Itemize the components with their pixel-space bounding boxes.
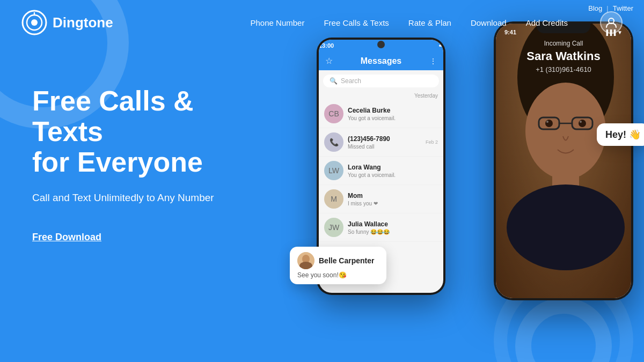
msg-content-1: (123)456-7890 Missed call — [348, 135, 421, 150]
search-placeholder: Search — [341, 77, 361, 85]
msg-preview-0: You got a voicemail. — [348, 115, 438, 121]
caller-name: Sara Watkins — [526, 49, 600, 63]
msg-content-2: Lora Wang You got a voicemail. — [348, 164, 438, 178]
iphone: 9:41 ▐▐▐ ▼ Incoming Call Sara Watkins +1… — [494, 21, 633, 300]
message-item-1[interactable]: 📞 (123)456-7890 Missed call Feb 2 — [319, 128, 443, 157]
chat-bubble-hey: Hey! 👋 — [597, 123, 644, 146]
msg-avatar-4: JW — [324, 218, 343, 237]
bubble-text-belle: See you soon!😘 — [297, 271, 379, 279]
msg-name-4: Julia Wallace — [348, 220, 438, 228]
android-header: ☆ Messages ⋮ — [319, 51, 443, 70]
message-item-3[interactable]: M Mom I miss you ❤ — [319, 185, 443, 213]
main-nav: Phone Number Free Calls & Texts Rate & P… — [251, 18, 568, 27]
msg-avatar-1: 📞 — [324, 132, 343, 152]
message-item-4[interactable]: JW Julia Wallace So funny 😂😂😂 — [319, 213, 443, 242]
logo-icon — [21, 10, 47, 35]
user-avatar[interactable] — [600, 11, 623, 34]
msg-content-0: Cecelia Burke You got a voicemail. — [348, 107, 438, 121]
msg-name-1: (123)456-7890 — [348, 135, 421, 143]
android-screen-title: Messages — [333, 56, 429, 66]
msg-avatar-0: CB — [324, 104, 343, 123]
nav-add-credits[interactable]: Add Credits — [526, 18, 568, 27]
android-date-label: Yesterday — [319, 92, 443, 100]
header: Dingtone Phone Number Free Calls & Texts… — [0, 0, 644, 45]
hero-section: Free Calls & Textsfor Everyone Call and … — [0, 54, 644, 362]
msg-avatar-2: LW — [324, 161, 343, 180]
android-search-bar[interactable]: 🔍 Search — [323, 75, 439, 87]
msg-date-1: Feb 2 — [426, 139, 438, 145]
nav-rate-plan[interactable]: Rate & Plan — [408, 18, 451, 27]
message-item-2[interactable]: LW Lora Wang You got a voicemail. — [319, 157, 443, 185]
bubble-name-belle: Belle Carpenter — [319, 256, 374, 265]
message-item-0[interactable]: CB Cecelia Burke You got a voicemail. — [319, 100, 443, 128]
bubble-header: Belle Carpenter — [297, 252, 379, 269]
user-icon — [605, 17, 617, 28]
nav-free-calls-texts[interactable]: Free Calls & Texts — [324, 18, 389, 27]
logo[interactable]: Dingtone — [21, 10, 113, 35]
msg-preview-4: So funny 😂😂😂 — [348, 229, 438, 235]
msg-name-2: Lora Wang — [348, 164, 438, 171]
search-icon: 🔍 — [330, 77, 338, 85]
iphone-screen: 9:41 ▐▐▐ ▼ Incoming Call Sara Watkins +1… — [496, 24, 631, 298]
hero-title: Free Calls & Textsfor Everyone — [32, 86, 247, 178]
msg-avatar-3: M — [324, 189, 343, 209]
svg-point-2 — [31, 19, 38, 26]
hero-subtitle: Call and Text Unlimitedly to Any Number — [32, 191, 247, 205]
msg-preview-2: You got a voicemail. — [348, 172, 438, 178]
hey-text: Hey! 👋 — [605, 129, 641, 141]
android-star-icon: ☆ — [325, 56, 333, 66]
msg-name-3: Mom — [348, 192, 438, 200]
msg-content-4: Julia Wallace So funny 😂😂😂 — [348, 220, 438, 235]
android-more-icon: ⋮ — [429, 57, 437, 65]
belle-avatar-icon — [297, 252, 314, 269]
free-download-cta[interactable]: Free Download — [32, 232, 101, 242]
nav-phone-number[interactable]: Phone Number — [251, 18, 305, 27]
hero-text-block: Free Calls & Textsfor Everyone Call and … — [0, 54, 279, 264]
msg-name-0: Cecelia Burke — [348, 107, 438, 114]
iphone-call-overlay: Incoming Call Sara Watkins +1 (310)961-4… — [496, 24, 631, 298]
caller-number: +1 (310)961-4610 — [536, 65, 591, 73]
nav-download[interactable]: Download — [471, 18, 507, 27]
bubble-avatar-belle — [297, 252, 314, 269]
msg-content-3: Mom I miss you ❤ — [348, 192, 438, 206]
logo-text: Dingtone — [53, 14, 113, 31]
phones-container: 13:00 ✏ ☆ Messages ⋮ 🔍 Search Yesterday … — [301, 11, 644, 354]
msg-preview-3: I miss you ❤ — [348, 201, 438, 206]
chat-bubble-belle: Belle Carpenter See you soon!😘 — [290, 247, 386, 284]
msg-preview-1: Missed call — [348, 144, 421, 150]
